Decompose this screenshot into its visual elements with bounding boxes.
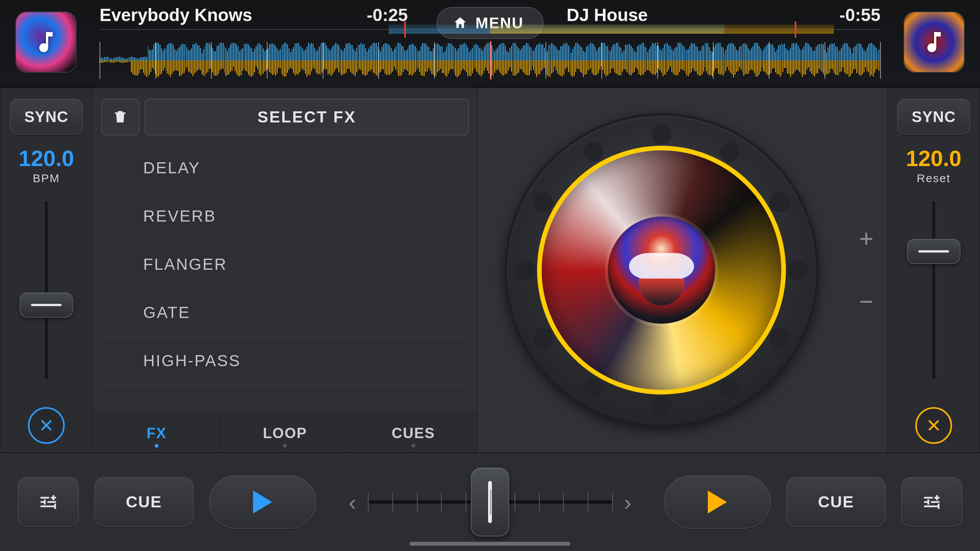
fx-panel: SELECT FX DELAY REVERB FLANGER GATE HIGH… (93, 88, 478, 452)
deck-b-close-button[interactable]: ✕ (915, 407, 952, 444)
deck-a-overview-playhead (404, 21, 406, 37)
music-note-icon (921, 29, 947, 55)
deck-b-settings-button[interactable] (901, 477, 962, 527)
deck-a-side-column: SYNC 120.0 BPM ✕ (0, 88, 93, 452)
deck-b-tempo-slider[interactable] (931, 200, 936, 380)
crossfader-left-chevron[interactable]: ‹ (349, 489, 356, 515)
tab-cues[interactable]: CUES (350, 414, 477, 452)
deck-a-tempo-slider[interactable] (44, 200, 49, 380)
deck-b-nudge-plus[interactable]: + (859, 225, 873, 253)
fx-item-delay[interactable]: DELAY (101, 144, 469, 192)
fx-list: DELAY REVERB FLANGER GATE HIGH-PASS (101, 144, 469, 414)
deck-b-bpm-action[interactable]: Reset (917, 172, 951, 185)
deck-a-bpm-unit: BPM (33, 172, 60, 185)
deck-b-sync-button[interactable]: SYNC (897, 99, 970, 135)
deck-b-jog-area (478, 88, 845, 452)
deck-a-cue-button[interactable]: CUE (94, 477, 194, 527)
header-waveform-area: Everybody Knows -0:25 DJ House -0:55 MEN… (0, 0, 980, 88)
deck-b-tempo-knob[interactable] (907, 239, 960, 264)
deck-b-nudge-column: + − (845, 88, 887, 452)
deck-b-side-column: SYNC 120.0 Reset ✕ (887, 88, 980, 452)
crossfader-area: ‹ › (332, 489, 648, 515)
deck-a-tempo-knob[interactable] (20, 292, 73, 318)
deck-a-bpm-value[interactable]: 120.0 (18, 145, 74, 171)
deck-a-settings-button[interactable] (18, 477, 79, 527)
fx-item-gate[interactable]: GATE (101, 289, 469, 337)
deck-a-close-button[interactable]: ✕ (28, 407, 65, 444)
deck-b-nudge-minus[interactable]: − (859, 287, 873, 316)
deck-a-play-button[interactable] (209, 475, 316, 529)
play-icon (253, 491, 272, 514)
overview-waveform[interactable] (100, 21, 880, 37)
home-indicator[interactable] (410, 542, 570, 546)
fx-item-reverb[interactable]: REVERB (101, 192, 469, 240)
trash-icon (112, 109, 128, 125)
sliders-icon (921, 492, 942, 512)
deck-b-cue-button[interactable]: CUE (786, 477, 886, 527)
music-note-icon (33, 29, 59, 55)
deck-b-play-button[interactable] (664, 475, 771, 529)
deck-a-album-art[interactable] (15, 11, 77, 73)
fx-clear-button[interactable] (101, 99, 139, 135)
crossfader[interactable] (368, 500, 612, 504)
play-icon (708, 491, 727, 514)
fx-item-highpass[interactable]: HIGH-PASS (101, 337, 469, 385)
deck-b-bpm-value[interactable]: 120.0 (906, 145, 961, 171)
select-fx-button[interactable]: SELECT FX (145, 99, 469, 135)
sliders-icon (38, 492, 59, 512)
transport-bar: CUE ‹ › CUE (0, 452, 980, 551)
deck-b-jog-wheel[interactable] (505, 113, 818, 427)
deck-b-vinyl-label (608, 217, 715, 324)
crossfader-right-chevron[interactable]: › (624, 489, 631, 515)
fx-item-flanger[interactable]: FLANGER (101, 240, 469, 289)
deck-a-sync-button[interactable]: SYNC (10, 99, 83, 135)
tab-loop[interactable]: LOOP (221, 414, 349, 452)
tab-fx[interactable]: FX (93, 414, 221, 452)
panel-tabs: FX LOOP CUES (93, 414, 477, 452)
deck-b-overview-playhead (795, 21, 796, 37)
scrolling-waveform[interactable] (100, 42, 880, 79)
deck-b-album-art[interactable] (903, 11, 965, 73)
